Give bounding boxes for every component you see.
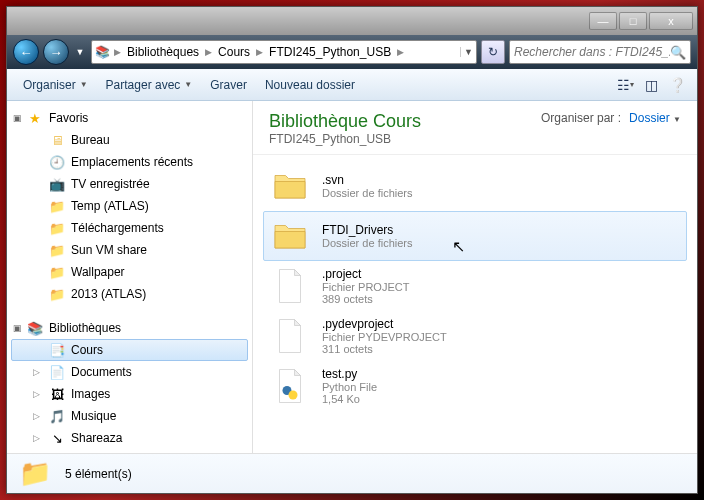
- status-bar: 📁 5 élément(s): [7, 453, 697, 493]
- file-item[interactable]: .pydevprojectFichier PYDEVPROJECT311 oct…: [263, 311, 687, 361]
- sidebar-item[interactable]: 📁Sun VM share: [7, 239, 252, 261]
- body: ▣ ★ Favoris 🖥Bureau🕘Emplacements récents…: [7, 101, 697, 453]
- sidebar-item[interactable]: 📁Wallpaper: [7, 261, 252, 283]
- chevron-down-icon: ▼: [673, 115, 681, 124]
- chevron-right-icon[interactable]: ▶: [112, 47, 123, 57]
- navigation-pane[interactable]: ▣ ★ Favoris 🖥Bureau🕘Emplacements récents…: [7, 101, 253, 453]
- refresh-button[interactable]: ↻: [481, 40, 505, 64]
- sidebar-item[interactable]: 📺TV enregistrée: [7, 173, 252, 195]
- item-label: Sun VM share: [71, 243, 147, 257]
- sidebar-item[interactable]: ▷🖼Images: [7, 383, 252, 405]
- expand-icon[interactable]: ▷: [33, 411, 40, 421]
- explorer-window: — □ x ← → ▼ 📚 ▶ Bibliothèques ▶ Cours ▶ …: [6, 6, 698, 494]
- sidebar-item[interactable]: ▷↘Shareaza: [7, 427, 252, 449]
- new-folder-button[interactable]: Nouveau dossier: [257, 74, 363, 96]
- collapse-icon[interactable]: ▣: [13, 113, 22, 123]
- file-size: 311 octets: [322, 343, 447, 355]
- chevron-right-icon[interactable]: ▶: [395, 47, 406, 57]
- expand-icon[interactable]: ▷: [33, 433, 40, 443]
- item-icon: 📺: [49, 176, 65, 192]
- file-item[interactable]: .projectFichier PROJECT389 octets: [263, 261, 687, 311]
- file-type: Python File: [322, 381, 377, 393]
- expand-icon[interactable]: ▷: [33, 389, 40, 399]
- folder-icon: [272, 168, 308, 204]
- sidebar-item[interactable]: 📑Cours: [11, 339, 248, 361]
- file-name: .pydevproject: [322, 317, 447, 331]
- breadcrumb-dropdown[interactable]: ▼: [460, 47, 476, 57]
- item-icon: 🖼: [49, 386, 65, 402]
- search-icon[interactable]: 🔍: [670, 45, 686, 60]
- item-label: Bureau: [71, 133, 110, 147]
- breadcrumb-part[interactable]: FTDI245_Python_USB: [265, 41, 395, 63]
- item-label: TV enregistrée: [71, 177, 150, 191]
- item-icon: 🎵: [49, 408, 65, 424]
- item-label: Cours: [71, 343, 103, 357]
- library-icon: 📚: [92, 45, 112, 59]
- item-icon: 📁: [49, 286, 65, 302]
- file-item[interactable]: .svnDossier de fichiers: [263, 161, 687, 211]
- content-header: Bibliothèque Cours FTDI245_Python_USB Or…: [253, 101, 697, 155]
- file-type: Dossier de fichiers: [322, 187, 412, 199]
- svg-point-1: [289, 391, 298, 400]
- burn-button[interactable]: Graver: [202, 74, 255, 96]
- share-button[interactable]: Partager avec▼: [98, 74, 201, 96]
- sidebar-item[interactable]: 🖥Bureau: [7, 129, 252, 151]
- file-type: Dossier de fichiers: [322, 237, 412, 249]
- history-dropdown[interactable]: ▼: [73, 42, 87, 62]
- item-label: 2013 (ATLAS): [71, 287, 146, 301]
- content-pane: Bibliothèque Cours FTDI245_Python_USB Or…: [253, 101, 697, 453]
- close-button[interactable]: x: [649, 12, 693, 30]
- file-type: Fichier PYDEVPROJECT: [322, 331, 447, 343]
- file-type: Fichier PROJECT: [322, 281, 409, 293]
- python-file-icon: [275, 367, 305, 405]
- view-button[interactable]: ☷ ▾: [613, 73, 637, 97]
- chevron-down-icon: ▼: [80, 80, 88, 89]
- arrange-value[interactable]: Dossier ▼: [629, 111, 681, 125]
- file-item[interactable]: test.pyPython File1,54 Ko: [263, 361, 687, 411]
- library-title: Bibliothèque Cours: [269, 111, 541, 132]
- item-label: Musique: [71, 409, 116, 423]
- file-list[interactable]: .svnDossier de fichiersFTDI_DriversDossi…: [253, 155, 697, 453]
- status-count: 5 élément(s): [65, 467, 132, 481]
- sidebar-item[interactable]: ▷🎵Musique: [7, 405, 252, 427]
- sidebar-item[interactable]: 📁2013 (ATLAS): [7, 283, 252, 305]
- sidebar-item[interactable]: 📁Temp (ATLAS): [7, 195, 252, 217]
- help-button[interactable]: ❔: [665, 73, 689, 97]
- item-label: Téléchargements: [71, 221, 164, 235]
- chevron-down-icon: ▼: [184, 80, 192, 89]
- file-item[interactable]: FTDI_DriversDossier de fichiers↖: [263, 211, 687, 261]
- item-icon: ↘: [49, 430, 65, 446]
- back-button[interactable]: ←: [13, 39, 39, 65]
- chevron-right-icon[interactable]: ▶: [254, 47, 265, 57]
- file-icon: [275, 317, 305, 355]
- item-icon: 📁: [49, 242, 65, 258]
- item-icon: 📄: [49, 364, 65, 380]
- file-name: FTDI_Drivers: [322, 223, 412, 237]
- breadcrumb[interactable]: 📚 ▶ Bibliothèques ▶ Cours ▶ FTDI245_Pyth…: [91, 40, 477, 64]
- item-label: Shareaza: [71, 431, 122, 445]
- item-icon: 🕘: [49, 154, 65, 170]
- search-input[interactable]: [514, 45, 670, 59]
- libraries-header[interactable]: ▣ 📚 Bibliothèques: [7, 317, 252, 339]
- breadcrumb-part[interactable]: Bibliothèques: [123, 41, 203, 63]
- sidebar-item[interactable]: 🕘Emplacements récents: [7, 151, 252, 173]
- preview-pane-button[interactable]: ◫: [639, 73, 663, 97]
- folder-icon: [272, 218, 308, 254]
- sidebar-item[interactable]: ▷📄Documents: [7, 361, 252, 383]
- navigation-bar: ← → ▼ 📚 ▶ Bibliothèques ▶ Cours ▶ FTDI24…: [7, 35, 697, 69]
- folder-icon: 📁: [19, 458, 51, 489]
- file-name: .svn: [322, 173, 412, 187]
- minimize-button[interactable]: —: [589, 12, 617, 30]
- sidebar-item[interactable]: 📁Téléchargements: [7, 217, 252, 239]
- maximize-button[interactable]: □: [619, 12, 647, 30]
- expand-icon[interactable]: ▷: [33, 367, 40, 377]
- search-box[interactable]: 🔍: [509, 40, 691, 64]
- forward-button[interactable]: →: [43, 39, 69, 65]
- organize-button[interactable]: Organiser▼: [15, 74, 96, 96]
- collapse-icon[interactable]: ▣: [13, 323, 22, 333]
- arrange-label: Organiser par :: [541, 111, 621, 125]
- toolbar: Organiser▼ Partager avec▼ Graver Nouveau…: [7, 69, 697, 101]
- breadcrumb-part[interactable]: Cours: [214, 41, 254, 63]
- favorites-header[interactable]: ▣ ★ Favoris: [7, 107, 252, 129]
- chevron-right-icon[interactable]: ▶: [203, 47, 214, 57]
